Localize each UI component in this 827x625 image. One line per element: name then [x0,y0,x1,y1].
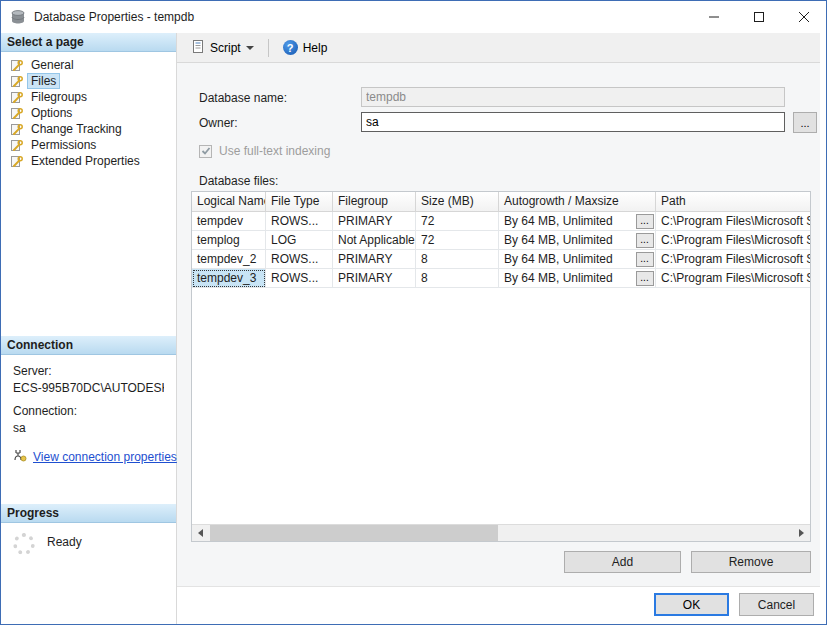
minimize-button[interactable] [691,1,736,33]
cell-path[interactable]: C:\Program Files\Microsoft SQ [656,250,810,269]
help-button-label: Help [303,41,328,55]
cell-autogrowth-browse: ... [634,231,656,250]
table-row: tempdev_3 ROWS... PRIMARY 8 By 64 MB, Un… [192,269,810,288]
cell-file-type[interactable]: ROWS... [266,269,333,288]
table-row: tempdev ROWS... PRIMARY 72 By 64 MB, Unl… [192,212,810,231]
sidebar-item-general[interactable]: General [1,57,176,73]
minimize-icon [709,10,719,25]
cell-size[interactable]: 8 [416,269,499,288]
fulltext-checkbox [199,145,212,158]
cell-autogrowth[interactable]: By 64 MB, Unlimited [499,250,634,269]
sidebar-item-extended-properties[interactable]: Extended Properties [1,153,176,169]
cell-autogrowth[interactable]: By 64 MB, Unlimited [499,231,634,250]
sidebar-item-label: Filegroups [28,90,90,104]
sidebar-item-label: General [28,58,77,72]
sidebar-item-label: Permissions [28,138,99,152]
owner-input[interactable] [361,112,785,132]
page-list: General Files Filegroups Options Change … [1,52,176,169]
database-files-label: Database files: [199,174,278,188]
titlebar: Database Properties - tempdb [1,1,826,33]
add-button[interactable]: Add [564,551,681,573]
server-value: ECS-995B70DC\AUTODESKVAU [13,381,164,395]
sidebar-item-label: Options [28,106,75,120]
cell-autogrowth[interactable]: By 64 MB, Unlimited [499,269,634,288]
cell-logical-name[interactable]: tempdev [192,212,266,231]
progress-spinner-icon [13,533,35,555]
cell-filegroup[interactable]: PRIMARY [333,212,416,231]
cell-logical-name-selected[interactable]: tempdev_3 [192,269,266,288]
database-icon [10,9,26,25]
sidebar-item-change-tracking[interactable]: Change Tracking [1,121,176,137]
cell-autogrowth-browse: ... [634,212,656,231]
cell-logical-name[interactable]: templog [192,231,266,250]
close-icon [799,10,809,25]
column-header-size: Size (MB) [416,192,499,212]
cell-path[interactable]: C:\Program Files\Microsoft SQ [656,212,810,231]
database-files-grid: Logical Name File Type Filegroup Size (M… [191,191,811,542]
progress-section: Progress Ready [1,504,176,565]
maximize-button[interactable] [736,1,781,33]
sidebar-item-options[interactable]: Options [1,105,176,121]
cell-file-type[interactable]: ROWS... [266,212,333,231]
select-a-page-header: Select a page [1,33,176,52]
help-icon: ? [283,40,298,55]
connection-value: sa [13,421,164,435]
script-icon [192,40,205,56]
horizontal-scrollbar [192,524,810,541]
sidebar-item-permissions[interactable]: Permissions [1,137,176,153]
column-header-filegroup: Filegroup [333,192,416,212]
arrow-right-icon [799,529,804,537]
connection-section: Connection Server: ECS-995B70DC\AUTODESK… [1,336,176,465]
wrench-page-icon [11,139,23,151]
chevron-down-icon [246,46,254,50]
database-properties-window: Database Properties - tempdb Select a pa… [0,0,827,625]
cell-size[interactable]: 72 [416,231,499,250]
cell-autogrowth-browse: ... [634,250,656,269]
owner-label: Owner: [199,116,238,130]
wrench-page-icon [11,59,23,71]
wrench-page-icon [11,107,23,119]
autogrowth-browse-button[interactable]: ... [636,252,654,267]
cell-filegroup[interactable]: PRIMARY [333,269,416,288]
progress-header: Progress [1,504,176,523]
maximize-icon [754,10,764,25]
scroll-right-button[interactable] [793,525,810,541]
cell-logical-name[interactable]: tempdev_2 [192,250,266,269]
cell-filegroup[interactable]: PRIMARY [333,250,416,269]
sidebar-item-filegroups[interactable]: Filegroups [1,89,176,105]
fulltext-label: Use full-text indexing [219,144,330,158]
grid-header-row: Logical Name File Type Filegroup Size (M… [192,192,810,212]
cell-filegroup[interactable]: Not Applicable [333,231,416,250]
cell-autogrowth[interactable]: By 64 MB, Unlimited [499,212,634,231]
cancel-button[interactable]: Cancel [739,593,814,616]
cell-file-type[interactable]: ROWS... [266,250,333,269]
remove-button[interactable]: Remove [691,551,811,573]
sidebar-item-files[interactable]: Files [1,73,176,89]
arrow-left-icon [198,529,203,537]
script-button-label: Script [210,41,241,55]
scroll-left-button[interactable] [192,525,209,541]
script-button[interactable]: Script [185,36,261,60]
scrollbar-thumb[interactable] [210,525,498,541]
view-connection-properties-icon [13,449,27,465]
toolbar: Script ? Help [177,33,820,63]
sidebar-item-label: Extended Properties [28,154,143,168]
owner-browse-button[interactable]: ... [793,112,817,133]
help-button[interactable]: ? Help [276,36,335,59]
connection-label: Connection: [13,404,164,418]
autogrowth-browse-button[interactable]: ... [636,271,654,286]
close-button[interactable] [781,1,826,33]
ok-button[interactable]: OK [654,593,729,616]
view-connection-properties-link[interactable]: View connection properties [33,450,177,464]
column-header-path: Path [656,192,810,212]
window-title: Database Properties - tempdb [34,10,194,24]
cell-path[interactable]: C:\Program Files\Microsoft SQ [656,231,810,250]
window-controls [691,1,826,33]
cell-size[interactable]: 72 [416,212,499,231]
cell-path[interactable]: C:\Program Files\Microsoft SQ [656,269,810,288]
cell-size[interactable]: 8 [416,250,499,269]
wrench-page-icon [11,75,23,87]
autogrowth-browse-button[interactable]: ... [636,233,654,248]
autogrowth-browse-button[interactable]: ... [636,214,654,229]
cell-file-type[interactable]: LOG [266,231,333,250]
